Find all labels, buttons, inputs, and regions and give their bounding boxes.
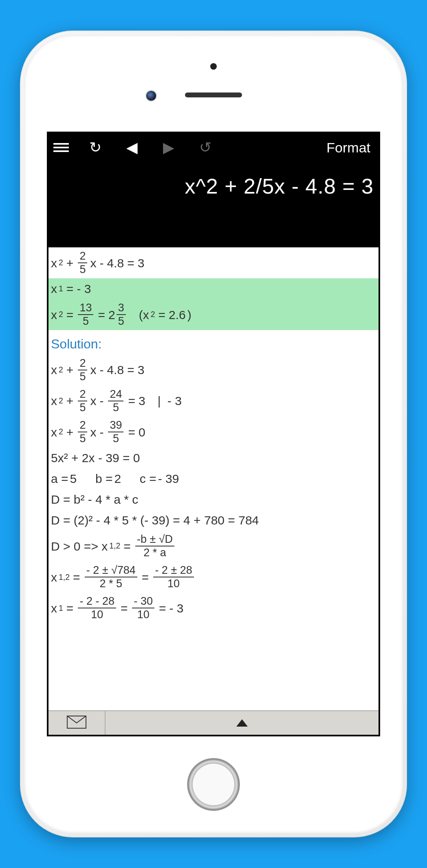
- top-sensor: [210, 63, 217, 70]
- phone-frame: ↻ ◀ ▶ ↺ Format x^2 + 2/5x - 4.8 = 3 x2+ …: [20, 31, 407, 837]
- root-x1: x1=- 3: [48, 278, 379, 299]
- step-2: x2+ 25 x- 245 =3 | - 3: [48, 386, 379, 416]
- undo-icon[interactable]: ↺: [195, 139, 216, 156]
- mail-button[interactable]: [48, 711, 106, 735]
- menu-icon[interactable]: [53, 143, 69, 152]
- bottom-bar: [48, 710, 379, 735]
- app-screen: ↻ ◀ ▶ ↺ Format x^2 + 2/5x - 4.8 = 3 x2+ …: [47, 132, 380, 736]
- results-panel: x2+ 25 x-4.8=3 x1=- 3 x2= 135 = 235 (x2=…: [48, 247, 379, 710]
- phone-body: ↻ ◀ ▶ ↺ Format x^2 + 2/5x - 4.8 = 3 x2+ …: [24, 35, 403, 833]
- format-button[interactable]: Format: [326, 140, 374, 156]
- home-button[interactable]: [187, 758, 240, 811]
- step-x1-calc: x1= - 2 - 2810 = - 3010 =- 3: [48, 593, 379, 623]
- step-4: 5x² + 2x - 39 = 0: [48, 447, 379, 468]
- prev-icon[interactable]: ◀: [122, 139, 142, 156]
- original-equation: x2+ 25 x-4.8=3: [48, 247, 379, 278]
- step-disc-calc: D = (2)² - 4 * 5 * (- 39) = 4 + 780 = 78…: [48, 510, 379, 531]
- refresh-icon[interactable]: ↻: [85, 139, 106, 156]
- step-3: x2+ 25 x- 395 =0: [48, 416, 379, 447]
- speaker-grille: [185, 93, 242, 97]
- toolbar: ↻ ◀ ▶ ↺ Format: [48, 133, 379, 162]
- mail-icon: [67, 716, 86, 730]
- step-x12: x1,2= - 2 ± √7842 * 5 = - 2 ± 2810: [48, 562, 379, 593]
- front-camera: [146, 91, 156, 101]
- next-icon[interactable]: ▶: [158, 139, 179, 156]
- answer-block: x1=- 3 x2= 135 = 235 (x2=2.6): [48, 278, 379, 330]
- root-x2: x2= 135 = 235 (x2=2.6): [48, 299, 379, 330]
- expression-input[interactable]: x^2 + 2/5x - 4.8 = 3: [48, 162, 379, 247]
- step-disc-formula: D = b² - 4 * a * c: [48, 489, 379, 510]
- solution-heading: Solution:: [48, 330, 379, 355]
- expand-button[interactable]: [106, 711, 379, 735]
- step-quadratic-formula: D > 0 => x1,2= -b ± √D2 * a: [48, 531, 379, 562]
- step-1: x2+ 25 x-4.8=3: [48, 355, 379, 386]
- step-abc: a = 5 b = 2 c = - 39: [48, 468, 379, 489]
- chevron-up-icon: [236, 719, 248, 727]
